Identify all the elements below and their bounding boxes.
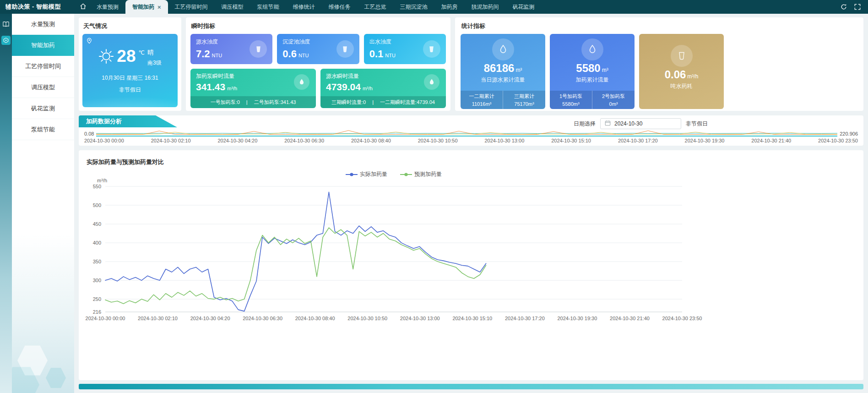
tab-pump-energy[interactable]: 泵组节能 [250, 0, 286, 14]
tab-smart-dosing[interactable]: 智能加药 × [125, 0, 168, 14]
card-label: 吨水药耗 [671, 82, 693, 90]
x-axis-label: 2024-10-30 04:20 [190, 316, 230, 321]
card-unit: m³ [602, 67, 608, 73]
sub-value: 5580m³ [562, 101, 579, 107]
sidebar-item-floc-monitoring[interactable]: 矾花监测 [12, 98, 74, 119]
divider: | [246, 99, 248, 105]
chart-series-line [105, 228, 486, 304]
hexagon-decoration [46, 366, 66, 389]
fullscreen-icon[interactable] [854, 4, 861, 10]
sun-icon [98, 49, 114, 64]
tab-sludge-dosing-room[interactable]: 脱泥加药间 [465, 0, 506, 14]
droplet-icon [294, 74, 309, 90]
tab-dosing-room[interactable]: 加药房 [434, 0, 465, 14]
tab-process-retention[interactable]: 工艺停留时间 [168, 0, 215, 14]
overview-x-label: 2024-10-30 10:50 [418, 138, 458, 143]
tab-maintenance-stats[interactable]: 维修统计 [286, 0, 322, 14]
chart-legend: 实际加药量预测加药量 [105, 170, 682, 178]
sidebar: 水量预测 智能加药 工艺停留时间 调压模型 矾花监测 泵组节能 [0, 14, 74, 393]
x-axis-label: 2024-10-30 19:30 [557, 316, 597, 321]
pump2-flow: 二号加药泵:341.43 [254, 99, 296, 106]
tab-label: 脱泥加药间 [472, 3, 499, 11]
tab-maintenance-tasks[interactable]: 维修任务 [322, 0, 358, 14]
book-icon[interactable] [2, 20, 10, 28]
overview-x-label: 2024-10-30 15:10 [551, 138, 591, 143]
phase12-flow: 一二期瞬时流量:4739.04 [380, 99, 435, 106]
x-axis-label: 2024-10-30 23:50 [662, 316, 702, 321]
card-label: 源水瞬时流量 [326, 72, 440, 80]
droplet-icon [492, 38, 514, 60]
card-unit: m³ [515, 67, 522, 73]
x-axis-label: 2024-10-30 10:50 [347, 316, 387, 321]
tab-label: 维修任务 [329, 3, 351, 11]
card-sub-values: 三期瞬时流量:0 | 一二期瞬时流量:4739.04 [320, 96, 446, 108]
datazoom-slider[interactable] [96, 129, 837, 136]
y-axis-tick: 450 [93, 221, 101, 227]
tab-process-overview[interactable]: 工艺总览 [358, 0, 393, 14]
location-pin-icon [86, 38, 92, 44]
stats-cards-row: 86186m³ 当日源水累计流量 一二期累计11016m³ 三期累计75170m… [461, 34, 858, 109]
overview-x-label: 2024-10-30 23:50 [818, 138, 858, 143]
card-value: 0.06 [665, 68, 686, 81]
tab-label: 调压模型 [222, 3, 244, 11]
sub-value: 0m³ [609, 101, 618, 107]
sidebar-item-smart-dosing[interactable]: 智能加药 [12, 35, 74, 56]
sub-title: 一二期累计 [469, 93, 494, 100]
dosing-pump-flow-card: 加药泵瞬时流量 341.43m³/h 一号加药泵:0 | 二号加药泵:341.4… [190, 69, 316, 108]
tab-close-icon[interactable]: × [157, 4, 161, 10]
legend-item[interactable]: 预测加药量 [400, 170, 442, 178]
source-water-flow-card: 源水瞬时流量 4739.04m³/h 三期瞬时流量:0 | 一二期瞬时流量:47… [320, 69, 446, 108]
x-axis-label: 2024-10-30 08:40 [295, 316, 335, 321]
card-unit: m³/h [227, 86, 237, 91]
legend-item[interactable]: 实际加药量 [346, 170, 387, 178]
y-axis-tick: 550 [93, 184, 101, 189]
temperature-value: 28 [117, 48, 136, 65]
overview-x-label: 2024-10-30 08:40 [351, 138, 391, 143]
overview-series-line [96, 132, 837, 134]
card-value: 86186 [484, 62, 515, 74]
temperature-unit: ℃ [138, 49, 144, 56]
tab-bar: 水量预测 智能加药 × 工艺停留时间 调压模型 泵组节能 维修统计 维修任务 工… [90, 0, 833, 14]
tab-water-forecast[interactable]: 水量预测 [90, 0, 125, 14]
droplet-icon [424, 74, 439, 90]
beaker-icon [671, 45, 693, 67]
sidebar-item-process-retention[interactable]: 工艺停留时间 [12, 56, 74, 77]
tab-phase3-sedimentation[interactable]: 三期沉淀池 [393, 0, 434, 14]
droplet-icon [581, 38, 603, 60]
x-axis-label: 2024-10-30 15:10 [452, 316, 492, 321]
main-content: 天气情况 28 ℃ 晴 南3级 [74, 14, 868, 393]
main-chart-area[interactable]: 5505004504003503002502162024-10-30 00:00… [79, 150, 863, 380]
tab-label: 三期沉淀池 [400, 3, 428, 11]
datazoom-x-labels: 2024-10-30 00:002024-10-30 02:102024-10-… [84, 138, 858, 143]
refresh-icon[interactable] [841, 4, 847, 10]
app-root: 辅助决策 - 智能模型 水量预测 智能加药 × 工艺停留时间 调压模型 泵组节能… [0, 0, 868, 393]
tab-pressure-model[interactable]: 调压模型 [215, 0, 250, 14]
beaker-icon [423, 40, 440, 58]
home-button[interactable] [76, 0, 90, 14]
date-picker-input[interactable]: 2024-10-30 [600, 118, 681, 129]
card-unit: NTU [298, 53, 309, 58]
flow-cards-row: 加药泵瞬时流量 341.43m³/h 一号加药泵:0 | 二号加药泵:341.4… [190, 69, 446, 108]
phase3-flow: 三期瞬时流量:0 [331, 99, 366, 106]
date-select-label: 日期选择 [574, 120, 596, 128]
calendar-icon [605, 120, 611, 127]
card-value: 341.43 [196, 82, 225, 92]
sub-title: 2号加药泵 [602, 93, 625, 100]
source-water-turbidity-card: 源水浊度 7.2NTU [190, 34, 272, 64]
statistics-panel: 统计指标 86186m³ 当日源水累计流量 一二期累计11016m³ 三期累计7… [455, 17, 863, 111]
sidebar-item-pump-energy[interactable]: 泵组节能 [12, 119, 74, 140]
sidebar-item-water-forecast[interactable]: 水量预测 [12, 14, 74, 35]
dosing-total-card: 5580m³ 加药累计流量 1号加药泵5580m³ 2号加药泵0m³ [550, 34, 635, 109]
weather-panel: 天气情况 28 ℃ 晴 南3级 [79, 17, 181, 111]
tab-label: 维修统计 [293, 3, 315, 11]
instant-panel-title: 瞬时指标 [191, 22, 446, 30]
tab-label: 泵组节能 [257, 3, 279, 11]
card-value: 4739.04 [326, 82, 361, 92]
tab-floc-monitoring[interactable]: 矾花监测 [506, 0, 542, 14]
weather-condition-block: 晴 南3级 [147, 49, 162, 67]
sidebar-item-pressure-model[interactable]: 调压模型 [12, 77, 74, 98]
model-icon[interactable] [1, 36, 11, 45]
tab-label: 水量预测 [97, 3, 119, 11]
datazoom-row: 0.08 220.906 [84, 129, 858, 136]
overview-x-label: 2024-10-30 04:20 [217, 138, 257, 143]
